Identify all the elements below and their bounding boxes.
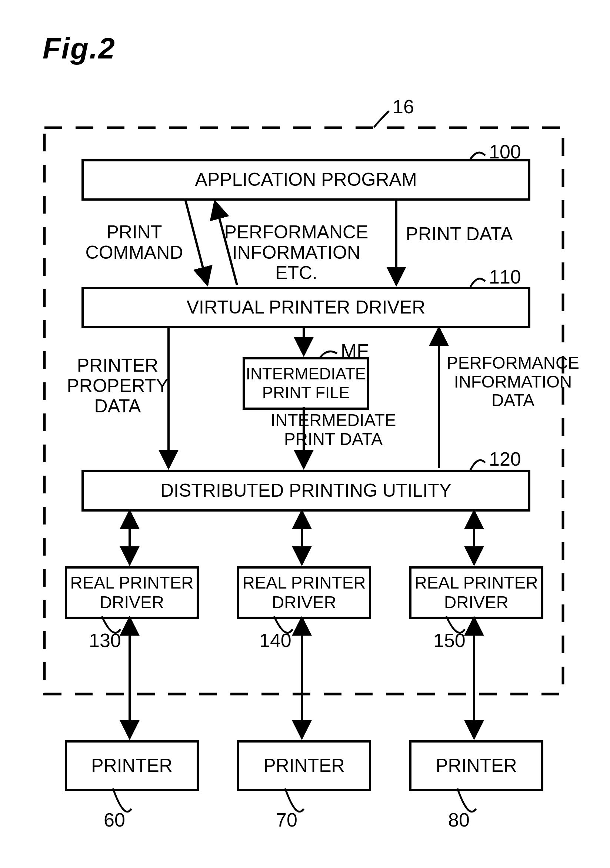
svg-line-2 (215, 201, 237, 285)
diagram-page: Fig.2 16 100 110 MF 120 130 140 150 60 7… (0, 0, 610, 868)
connector-layer (0, 0, 610, 868)
svg-line-1 (185, 199, 207, 285)
